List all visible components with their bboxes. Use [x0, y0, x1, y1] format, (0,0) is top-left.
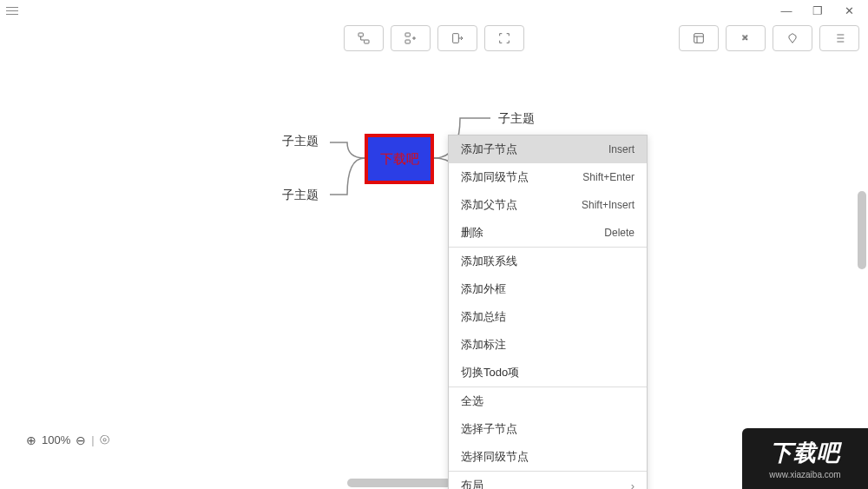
- context-menu-shortcut: Shift+Insert: [582, 199, 635, 211]
- insert-child-button[interactable]: [344, 25, 384, 51]
- context-menu-label: 添加外框: [461, 281, 506, 297]
- svg-rect-0: [358, 33, 363, 36]
- subtopic-node[interactable]: 子主题: [498, 111, 535, 127]
- window-controls: — ❐ ✕: [771, 0, 865, 21]
- context-menu-label: 添加子节点: [461, 142, 517, 157]
- context-menu-label: 全选: [461, 393, 483, 409]
- context-menu-item[interactable]: 添加外框: [449, 275, 647, 303]
- maximize-button[interactable]: ❐: [802, 0, 833, 21]
- context-menu-shortcut: Shift+Enter: [582, 171, 635, 183]
- context-menu-item[interactable]: 选择子节点: [449, 415, 647, 443]
- insert-sibling-button[interactable]: [391, 25, 431, 51]
- svg-rect-3: [405, 40, 410, 43]
- context-menu-label: 选择同级节点: [461, 449, 529, 465]
- svg-rect-1: [365, 40, 369, 43]
- watermark-text: 下载吧: [770, 438, 840, 468]
- context-menu-item[interactable]: 添加子节点Insert: [449, 135, 647, 163]
- outline-button[interactable]: [819, 25, 859, 51]
- context-menu: 添加子节点Insert添加同级节点Shift+Enter添加父节点Shift+I…: [448, 135, 648, 489]
- close-button[interactable]: ✕: [833, 0, 865, 21]
- shortcuts-button[interactable]: [726, 25, 766, 51]
- menu-icon[interactable]: [3, 2, 21, 19]
- chevron-right-icon: ›: [631, 479, 635, 490]
- context-menu-item[interactable]: 选择同级节点: [449, 443, 647, 471]
- horizontal-scrollbar[interactable]: [347, 479, 451, 487]
- subtopic-node[interactable]: 子主题: [282, 188, 319, 203]
- context-menu-label: 添加联系线: [461, 254, 517, 269]
- zoom-controls: ⊕ 100% ⊖ | ⦾: [26, 433, 109, 447]
- context-menu-label: 添加父节点: [461, 197, 517, 213]
- context-menu-label: 删除: [461, 225, 483, 241]
- context-menu-label: 切换Todo项: [461, 365, 519, 380]
- zoom-value: 100%: [42, 433, 70, 446]
- zoom-separator: |: [91, 433, 94, 446]
- zoom-reset-icon[interactable]: ⦾: [100, 433, 109, 447]
- context-menu-item[interactable]: 添加父节点Shift+Insert: [449, 191, 647, 219]
- context-menu-item[interactable]: 全选: [449, 387, 647, 415]
- vertical-scrollbar[interactable]: [858, 191, 866, 269]
- theme-button[interactable]: [679, 25, 719, 51]
- context-menu-label: 添加总结: [461, 309, 506, 325]
- context-menu-shortcut: Insert: [608, 143, 635, 155]
- context-menu-item[interactable]: 添加联系线: [449, 248, 647, 275]
- export-button[interactable]: [437, 25, 477, 51]
- subtopic-node[interactable]: 子主题: [282, 134, 319, 149]
- center-node[interactable]: 下载吧: [365, 134, 434, 184]
- context-menu-shortcut: Delete: [604, 227, 635, 239]
- context-menu-label: 添加标注: [461, 337, 506, 353]
- context-menu-item[interactable]: 添加总结: [449, 303, 647, 331]
- focus-button[interactable]: [484, 25, 524, 51]
- zoom-out-icon[interactable]: ⊖: [76, 433, 86, 447]
- watermark-url: www.xiazaiba.com: [769, 470, 840, 479]
- svg-rect-2: [405, 33, 410, 36]
- context-menu-label: 添加同级节点: [461, 169, 529, 185]
- mindmap-canvas[interactable]: 子主题 子主题 子主题 下载吧: [0, 56, 854, 454]
- toolbar: [0, 21, 868, 56]
- svg-rect-4: [453, 34, 459, 43]
- context-menu-item[interactable]: 添加标注: [449, 331, 647, 359]
- svg-rect-5: [694, 34, 704, 43]
- style-button[interactable]: [773, 25, 812, 51]
- context-menu-item[interactable]: 添加同级节点Shift+Enter: [449, 163, 647, 191]
- context-menu-label: 布局: [461, 478, 483, 489]
- context-menu-label: 选择子节点: [461, 421, 517, 437]
- zoom-in-icon[interactable]: ⊕: [26, 433, 36, 447]
- minimize-button[interactable]: —: [771, 0, 802, 21]
- context-menu-item[interactable]: 删除Delete: [449, 219, 647, 247]
- context-menu-item[interactable]: 切换Todo项: [449, 359, 647, 387]
- context-menu-item[interactable]: 布局›: [449, 472, 647, 489]
- watermark: 下载吧 www.xiazaiba.com: [742, 428, 868, 489]
- connectors: [0, 56, 854, 454]
